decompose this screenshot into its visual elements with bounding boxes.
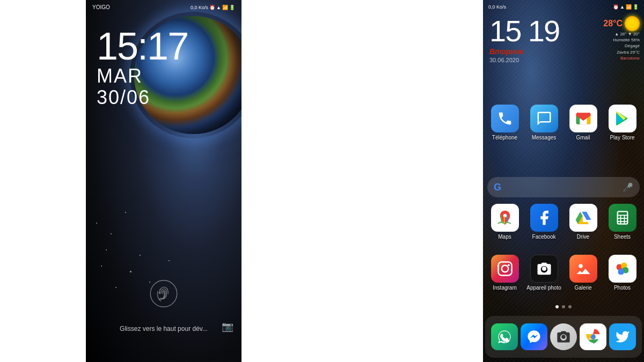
- lock-clock: 15:17 MAR 30/06: [97, 27, 188, 108]
- home-data-speed: 0,0 Ko/s: [488, 4, 506, 10]
- app-grid-row3: Instagram Appareil photo Galerie: [483, 255, 644, 291]
- photos-icon[interactable]: [609, 255, 636, 283]
- status-icons: 0,0 Ko/s ⏰ ▲ 📶 🔋: [191, 5, 235, 10]
- home-date-plain: 30.06.2020: [489, 57, 559, 63]
- lock-time-display: 15:17: [97, 27, 188, 65]
- weather-tomorrow: Zavtra 29°C: [603, 49, 640, 55]
- right-phone: 0,0 Ko/s ⏰ ▲ 📶 🔋 15 19 Вторник 30.06.202…: [483, 0, 644, 362]
- whatsapp-icon[interactable]: [491, 323, 518, 350]
- galerie-label: Galerie: [574, 285, 591, 291]
- gmail-icon[interactable]: [569, 105, 597, 132]
- page-dots: [483, 305, 644, 308]
- home-day-cursive: Вторник: [489, 47, 559, 56]
- instagram-label: Instagram: [493, 285, 516, 291]
- home-status-right: ⏰ ▲ 📶 🔋: [613, 4, 639, 10]
- weather-details: ▲ 28° ▼ 20° Humidité 56% Dégagé Zavtra 2…: [603, 31, 640, 61]
- drive-icon[interactable]: [569, 204, 597, 232]
- dock-whatsapp[interactable]: [491, 323, 518, 350]
- weather-humidity: Humidité 56%: [603, 37, 640, 43]
- battery-icon: 🔋: [229, 5, 235, 10]
- svg-point-15: [591, 335, 595, 339]
- facebook-label: Facebook: [532, 234, 556, 240]
- wifi-icon: 📶: [222, 5, 228, 10]
- instagram-icon[interactable]: [491, 255, 519, 283]
- twitter-icon[interactable]: [609, 323, 636, 350]
- app-telephone[interactable]: Téléphone: [487, 105, 522, 141]
- svg-rect-10: [498, 262, 511, 276]
- left-phone: YOIGO 0,0 Ko/s ⏰ ▲ 📶 🔋 15:17 MAR 30/06 G…: [86, 0, 241, 362]
- app-drive[interactable]: Drive: [566, 204, 601, 240]
- app-instagram[interactable]: Instagram: [487, 255, 522, 291]
- app-gmail[interactable]: Gmail: [566, 105, 601, 141]
- search-bar[interactable]: G 🎤: [487, 177, 640, 197]
- dock-twitter[interactable]: [609, 323, 636, 350]
- home-clock: 15 19 Вторник 30.06.2020: [489, 16, 559, 63]
- facebook-icon[interactable]: [530, 204, 558, 232]
- app-messages[interactable]: Messages: [526, 105, 561, 141]
- alarm-icon: ⏰: [209, 5, 215, 10]
- app-grid-row1: Téléphone Messages: [483, 105, 644, 141]
- carrier-label: YOIGO: [92, 4, 110, 10]
- status-bar: YOIGO 0,0 Ko/s ⏰ ▲ 📶 🔋: [86, 4, 241, 10]
- sheets-label: Sheets: [614, 234, 631, 240]
- sun-icon: [625, 16, 640, 31]
- camera2-icon[interactable]: [550, 323, 577, 350]
- page-dot-2: [562, 305, 565, 308]
- photos-label: Photos: [614, 285, 631, 291]
- page-dot-1: [555, 305, 559, 308]
- chrome-icon[interactable]: [580, 323, 606, 350]
- gmail-label: Gmail: [576, 135, 590, 141]
- weather-highlow: ▲ 28° ▼ 20°: [603, 31, 640, 37]
- signal-icon: ▲: [216, 5, 221, 10]
- google-g-icon: G: [494, 182, 501, 193]
- app-camera[interactable]: Appareil photo: [526, 255, 561, 291]
- unlock-hint: Glissez vers le haut pour dév...: [86, 325, 241, 333]
- microphone-icon[interactable]: 🎤: [623, 182, 633, 193]
- weather-condition: Dégagé: [603, 43, 640, 49]
- telephone-icon[interactable]: [491, 105, 519, 132]
- dock-camera[interactable]: [550, 323, 577, 350]
- app-grid-row2: Maps Facebook Drive: [483, 204, 644, 240]
- svg-point-11: [501, 265, 508, 272]
- home-battery-icon: 🔋: [633, 4, 639, 10]
- svg-point-12: [508, 264, 510, 266]
- app-galerie[interactable]: Galerie: [566, 255, 601, 291]
- home-status-bar: 0,0 Ko/s ⏰ ▲ 📶 🔋: [483, 4, 644, 10]
- svg-rect-4: [617, 211, 627, 224]
- app-facebook[interactable]: Facebook: [526, 204, 561, 240]
- lock-date: 30/06: [97, 87, 188, 108]
- home-time-hours: 15: [489, 14, 521, 48]
- home-alarm-icon: ⏰: [613, 4, 619, 10]
- messages-icon[interactable]: [530, 105, 558, 132]
- galerie-icon[interactable]: [569, 255, 597, 283]
- home-signal-icon: ▲: [620, 4, 625, 10]
- messenger-icon[interactable]: [521, 323, 547, 350]
- playstore-icon[interactable]: [609, 105, 636, 132]
- drive-label: Drive: [577, 234, 589, 240]
- sheets-icon[interactable]: [609, 204, 636, 232]
- weather-city: Barcelone: [603, 55, 640, 61]
- home-status-left: 0,0 Ko/s: [488, 4, 506, 10]
- svg-point-13: [579, 264, 583, 268]
- fingerprint-sensor[interactable]: [149, 279, 179, 308]
- weather-temp: 28°C: [603, 19, 623, 28]
- camera-shortcut-icon[interactable]: 📷: [222, 321, 233, 333]
- data-speed: 0,0 Ko/s: [191, 5, 208, 10]
- messages-label: Messages: [532, 135, 557, 141]
- app-maps[interactable]: Maps: [487, 204, 522, 240]
- home-time-minutes: 19: [528, 14, 559, 48]
- app-sheets[interactable]: Sheets: [605, 204, 640, 240]
- maps-label: Maps: [498, 234, 511, 240]
- home-time-display: 15 19: [489, 16, 559, 46]
- weather-widget: 28°C ▲ 28° ▼ 20° Humidité 56% Dégagé Zav…: [603, 16, 640, 61]
- playstore-label: Play Store: [610, 135, 634, 141]
- dock-chrome[interactable]: [580, 323, 606, 350]
- lock-day: MAR: [97, 65, 188, 87]
- camera-label: Appareil photo: [526, 285, 561, 291]
- app-playstore[interactable]: Play Store: [605, 105, 640, 141]
- maps-icon[interactable]: [491, 204, 519, 232]
- telephone-label: Téléphone: [492, 135, 517, 141]
- app-photos[interactable]: Photos: [605, 255, 640, 291]
- dock-messenger[interactable]: [521, 323, 547, 350]
- camera-icon[interactable]: [530, 255, 558, 283]
